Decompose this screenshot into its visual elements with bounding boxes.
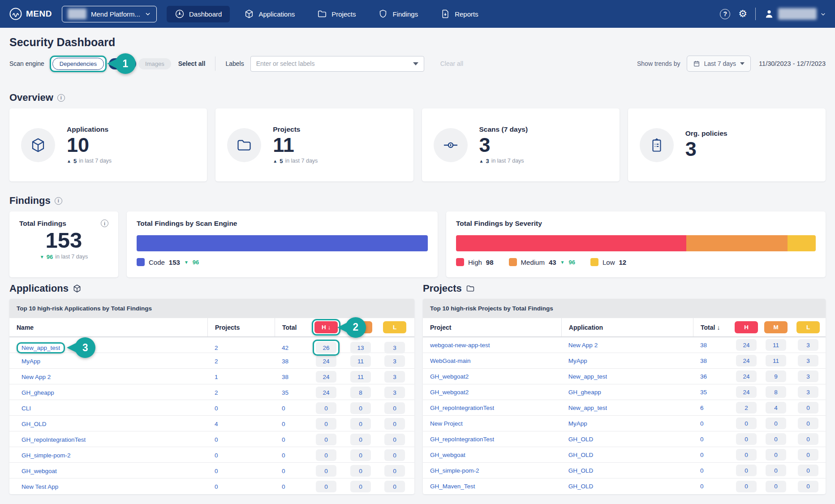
project-link[interactable]: GH_simple-pom-2 <box>430 467 479 474</box>
application-link[interactable]: GH_gheapp <box>568 389 601 396</box>
low-cell: 3 <box>375 387 414 398</box>
redacted-user-name <box>778 8 817 20</box>
engine-pill-dependencies[interactable]: Dependencies <box>52 58 104 70</box>
application-link[interactable]: New_app_test <box>568 373 607 380</box>
table-row: WebGoat-main MyApp 38 24 11 3 <box>423 353 826 369</box>
filter-bar: Scan engine Dependencies Code Images 1 S… <box>9 55 826 72</box>
user-menu[interactable] <box>764 8 826 20</box>
high-sort-button[interactable]: H↓ <box>314 321 338 333</box>
high-cell: 24 <box>732 386 761 398</box>
application-link[interactable]: MyApp <box>568 358 587 364</box>
labels-input[interactable] <box>250 56 424 72</box>
settings-button[interactable]: ⚙ <box>738 9 747 19</box>
col-header-name[interactable]: Name <box>9 318 207 336</box>
application-name-cell: GH_OLD 3 <box>9 418 207 430</box>
dropdown-caret-icon[interactable] <box>413 62 418 65</box>
legend-item-high: High 98 <box>456 258 494 266</box>
severity-legend: High 98 Medium 43 ▼ 96 Low 12 <box>456 258 816 266</box>
tab-projects[interactable]: Projects <box>309 6 364 22</box>
application-cell: MyApp <box>561 420 693 427</box>
application-link[interactable]: New App 2 <box>568 342 598 349</box>
platform-selector[interactable]: Mend Platform... <box>62 6 157 22</box>
table-row: New Test App 3 0 0 0 0 0 <box>9 478 414 494</box>
labels-text-field[interactable] <box>256 60 413 67</box>
application-link[interactable]: CLI <box>22 405 31 412</box>
application-link[interactable]: GH_gheapp <box>22 389 54 396</box>
table-row: GH_repoIntegrationTest GH_OLD 0 0 0 0 <box>423 431 826 447</box>
applications-title: Applications <box>9 283 69 294</box>
sort-desc-icon: ↓ <box>328 324 331 331</box>
severity-bar-segment-medium[interactable] <box>686 235 788 251</box>
tab-reports[interactable]: Reports <box>432 6 486 22</box>
info-icon[interactable]: i <box>101 220 108 227</box>
project-link[interactable]: WebGoat-main <box>430 358 471 364</box>
overview-section-header: Overview i <box>9 92 826 103</box>
filter-divider <box>215 56 215 71</box>
total-cell: 0 <box>693 420 732 427</box>
project-link[interactable]: GH_webgoat <box>430 452 465 458</box>
project-link[interactable]: GH_repoIntegrationTest <box>430 405 494 411</box>
application-link[interactable]: GH_OLD <box>568 436 594 443</box>
application-link[interactable]: GH_OLD <box>568 483 594 490</box>
col-header-projects[interactable]: Projects <box>207 318 275 336</box>
help-button[interactable]: ? <box>720 9 730 19</box>
project-name-cell: GH_webgoat2 <box>423 389 561 396</box>
application-link[interactable]: GH_OLD <box>568 467 594 474</box>
legend-item-low: Low 12 <box>590 258 626 266</box>
help-icon: ? <box>720 9 730 19</box>
application-name-cell: MyApp 3 <box>9 356 207 367</box>
annotation-callout-3: 3 <box>67 337 95 358</box>
findings-by-severity-card: Total Findings by Severity High 98 Mediu… <box>446 211 826 277</box>
annotation-highlight-app-name: CLI <box>17 403 36 414</box>
application-link[interactable]: New Test App <box>22 483 58 490</box>
application-link[interactable]: GH_OLD <box>568 452 594 458</box>
application-link[interactable]: GH_webgoat <box>22 468 57 474</box>
medium-cell: 0 <box>346 418 375 430</box>
project-link[interactable]: GH_webgoat2 <box>430 389 469 396</box>
project-link[interactable]: webgoat-new-app-test <box>430 342 490 349</box>
application-link[interactable]: GH_OLD <box>22 421 47 427</box>
engine-bar-segment-code[interactable] <box>137 235 428 251</box>
application-link[interactable]: New_app_test <box>22 345 60 351</box>
application-link[interactable]: MyApp <box>22 358 40 365</box>
severity-bar-segment-high[interactable] <box>456 235 686 251</box>
application-link[interactable]: New_app_test <box>568 405 607 411</box>
annotation-highlight-app-name: New App 2 <box>17 371 56 383</box>
application-link[interactable]: GH_simple-pom-2 <box>22 452 71 459</box>
low-cell: 0 <box>375 434 414 445</box>
medium-cell: 0 <box>761 433 791 445</box>
info-icon[interactable]: i <box>55 197 62 205</box>
application-link[interactable]: New App 2 <box>22 374 51 380</box>
annotation-highlight-high-value: 0 <box>313 416 340 432</box>
project-link[interactable]: GH_Maven_Test <box>430 483 475 490</box>
col-header-total[interactable]: Total <box>275 318 306 336</box>
project-link[interactable]: GH_webgoat2 <box>430 373 469 380</box>
gauge-icon <box>175 9 185 19</box>
tab-dashboard[interactable]: Dashboard <box>167 6 230 22</box>
tab-findings[interactable]: Findings <box>370 6 426 22</box>
severity-bar-segment-low[interactable] <box>788 235 816 251</box>
projects-section-header: Projects <box>423 283 826 294</box>
shield-icon <box>378 9 388 19</box>
medium-sort-button[interactable]: M <box>764 321 788 333</box>
low-sort-button[interactable]: L <box>383 321 406 333</box>
col-header-project[interactable]: Project <box>423 318 561 336</box>
total-cell: 38 <box>275 374 306 380</box>
annotation-highlight-app-name: GH_gheapp <box>17 387 59 398</box>
select-all-link[interactable]: Select all <box>178 60 206 67</box>
low-sort-button[interactable]: L <box>796 321 820 333</box>
project-link[interactable]: New Project <box>430 420 463 427</box>
col-header-application[interactable]: Application <box>561 318 693 336</box>
col-header-total[interactable]: Total↓ <box>693 318 732 336</box>
tab-applications[interactable]: Applications <box>236 6 303 22</box>
project-link[interactable]: GH_repoIntegrationTest <box>430 436 494 443</box>
info-icon[interactable]: i <box>57 94 65 102</box>
clear-all-link[interactable]: Clear all <box>440 60 463 67</box>
low-cell: 0 <box>375 481 414 492</box>
high-sort-button[interactable]: H <box>735 321 758 333</box>
engine-pill-images[interactable]: Images <box>138 58 171 69</box>
date-range-dropdown[interactable]: Last 7 days <box>687 56 751 72</box>
scan-engine-label: Scan engine <box>9 60 44 67</box>
application-link[interactable]: MyApp <box>568 420 587 427</box>
application-link[interactable]: GH_repoIntegrationTest <box>22 436 86 443</box>
